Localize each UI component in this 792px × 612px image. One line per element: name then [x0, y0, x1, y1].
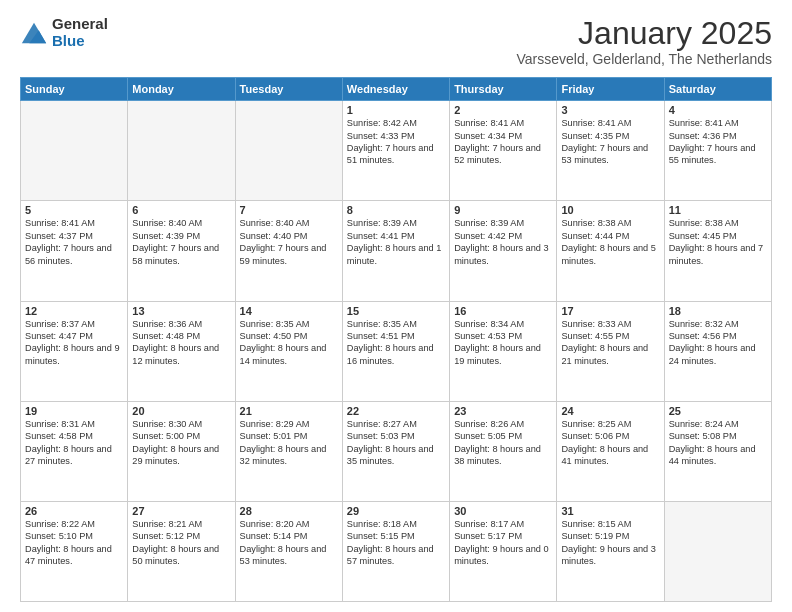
day-number: 21 [240, 405, 338, 417]
logo-icon [20, 19, 48, 47]
header: General Blue January 2025 Varsseveld, Ge… [20, 16, 772, 67]
calendar-cell: 6Sunrise: 8:40 AM Sunset: 4:39 PM Daylig… [128, 201, 235, 301]
day-info: Sunrise: 8:36 AM Sunset: 4:48 PM Dayligh… [132, 318, 230, 368]
calendar-cell: 20Sunrise: 8:30 AM Sunset: 5:00 PM Dayli… [128, 401, 235, 501]
logo: General Blue [20, 16, 108, 49]
day-header-saturday: Saturday [664, 78, 771, 101]
calendar-cell: 8Sunrise: 8:39 AM Sunset: 4:41 PM Daylig… [342, 201, 449, 301]
day-number: 22 [347, 405, 445, 417]
day-info: Sunrise: 8:33 AM Sunset: 4:55 PM Dayligh… [561, 318, 659, 368]
calendar-cell: 9Sunrise: 8:39 AM Sunset: 4:42 PM Daylig… [450, 201, 557, 301]
day-number: 24 [561, 405, 659, 417]
day-number: 1 [347, 104, 445, 116]
calendar-cell: 14Sunrise: 8:35 AM Sunset: 4:50 PM Dayli… [235, 301, 342, 401]
day-number: 18 [669, 305, 767, 317]
calendar-cell: 28Sunrise: 8:20 AM Sunset: 5:14 PM Dayli… [235, 501, 342, 601]
calendar-cell: 16Sunrise: 8:34 AM Sunset: 4:53 PM Dayli… [450, 301, 557, 401]
day-info: Sunrise: 8:30 AM Sunset: 5:00 PM Dayligh… [132, 418, 230, 468]
day-number: 8 [347, 204, 445, 216]
day-info: Sunrise: 8:20 AM Sunset: 5:14 PM Dayligh… [240, 518, 338, 568]
day-info: Sunrise: 8:38 AM Sunset: 4:45 PM Dayligh… [669, 217, 767, 267]
calendar-cell [664, 501, 771, 601]
calendar-cell: 25Sunrise: 8:24 AM Sunset: 5:08 PM Dayli… [664, 401, 771, 501]
calendar-cell: 3Sunrise: 8:41 AM Sunset: 4:35 PM Daylig… [557, 101, 664, 201]
month-title: January 2025 [516, 16, 772, 51]
logo-text: General Blue [52, 16, 108, 49]
day-number: 3 [561, 104, 659, 116]
calendar-cell: 15Sunrise: 8:35 AM Sunset: 4:51 PM Dayli… [342, 301, 449, 401]
day-info: Sunrise: 8:35 AM Sunset: 4:51 PM Dayligh… [347, 318, 445, 368]
day-number: 28 [240, 505, 338, 517]
day-number: 19 [25, 405, 123, 417]
day-info: Sunrise: 8:40 AM Sunset: 4:39 PM Dayligh… [132, 217, 230, 267]
calendar-cell: 11Sunrise: 8:38 AM Sunset: 4:45 PM Dayli… [664, 201, 771, 301]
calendar-cell: 4Sunrise: 8:41 AM Sunset: 4:36 PM Daylig… [664, 101, 771, 201]
title-block: January 2025 Varsseveld, Gelderland, The… [516, 16, 772, 67]
day-number: 13 [132, 305, 230, 317]
day-number: 17 [561, 305, 659, 317]
day-info: Sunrise: 8:34 AM Sunset: 4:53 PM Dayligh… [454, 318, 552, 368]
day-info: Sunrise: 8:41 AM Sunset: 4:37 PM Dayligh… [25, 217, 123, 267]
calendar-cell [21, 101, 128, 201]
day-info: Sunrise: 8:29 AM Sunset: 5:01 PM Dayligh… [240, 418, 338, 468]
page: General Blue January 2025 Varsseveld, Ge… [0, 0, 792, 612]
day-number: 7 [240, 204, 338, 216]
calendar-cell: 31Sunrise: 8:15 AM Sunset: 5:19 PM Dayli… [557, 501, 664, 601]
day-info: Sunrise: 8:39 AM Sunset: 4:41 PM Dayligh… [347, 217, 445, 267]
day-number: 9 [454, 204, 552, 216]
calendar-cell: 13Sunrise: 8:36 AM Sunset: 4:48 PM Dayli… [128, 301, 235, 401]
day-info: Sunrise: 8:39 AM Sunset: 4:42 PM Dayligh… [454, 217, 552, 267]
day-info: Sunrise: 8:27 AM Sunset: 5:03 PM Dayligh… [347, 418, 445, 468]
day-info: Sunrise: 8:31 AM Sunset: 4:58 PM Dayligh… [25, 418, 123, 468]
calendar-cell: 27Sunrise: 8:21 AM Sunset: 5:12 PM Dayli… [128, 501, 235, 601]
day-info: Sunrise: 8:25 AM Sunset: 5:06 PM Dayligh… [561, 418, 659, 468]
day-number: 23 [454, 405, 552, 417]
day-number: 29 [347, 505, 445, 517]
day-info: Sunrise: 8:32 AM Sunset: 4:56 PM Dayligh… [669, 318, 767, 368]
day-header-thursday: Thursday [450, 78, 557, 101]
day-number: 26 [25, 505, 123, 517]
day-header-tuesday: Tuesday [235, 78, 342, 101]
calendar-cell: 17Sunrise: 8:33 AM Sunset: 4:55 PM Dayli… [557, 301, 664, 401]
calendar-cell: 24Sunrise: 8:25 AM Sunset: 5:06 PM Dayli… [557, 401, 664, 501]
calendar-cell: 23Sunrise: 8:26 AM Sunset: 5:05 PM Dayli… [450, 401, 557, 501]
calendar-cell: 10Sunrise: 8:38 AM Sunset: 4:44 PM Dayli… [557, 201, 664, 301]
day-header-wednesday: Wednesday [342, 78, 449, 101]
day-info: Sunrise: 8:40 AM Sunset: 4:40 PM Dayligh… [240, 217, 338, 267]
week-row-5: 26Sunrise: 8:22 AM Sunset: 5:10 PM Dayli… [21, 501, 772, 601]
day-info: Sunrise: 8:38 AM Sunset: 4:44 PM Dayligh… [561, 217, 659, 267]
day-info: Sunrise: 8:41 AM Sunset: 4:35 PM Dayligh… [561, 117, 659, 167]
calendar-header-row: SundayMondayTuesdayWednesdayThursdayFrid… [21, 78, 772, 101]
day-info: Sunrise: 8:17 AM Sunset: 5:17 PM Dayligh… [454, 518, 552, 568]
calendar-cell: 12Sunrise: 8:37 AM Sunset: 4:47 PM Dayli… [21, 301, 128, 401]
calendar-cell: 26Sunrise: 8:22 AM Sunset: 5:10 PM Dayli… [21, 501, 128, 601]
week-row-2: 5Sunrise: 8:41 AM Sunset: 4:37 PM Daylig… [21, 201, 772, 301]
location: Varsseveld, Gelderland, The Netherlands [516, 51, 772, 67]
calendar-cell: 19Sunrise: 8:31 AM Sunset: 4:58 PM Dayli… [21, 401, 128, 501]
day-number: 27 [132, 505, 230, 517]
day-number: 16 [454, 305, 552, 317]
day-number: 31 [561, 505, 659, 517]
calendar-cell [235, 101, 342, 201]
week-row-4: 19Sunrise: 8:31 AM Sunset: 4:58 PM Dayli… [21, 401, 772, 501]
calendar-cell: 30Sunrise: 8:17 AM Sunset: 5:17 PM Dayli… [450, 501, 557, 601]
day-info: Sunrise: 8:37 AM Sunset: 4:47 PM Dayligh… [25, 318, 123, 368]
calendar-cell: 7Sunrise: 8:40 AM Sunset: 4:40 PM Daylig… [235, 201, 342, 301]
day-info: Sunrise: 8:35 AM Sunset: 4:50 PM Dayligh… [240, 318, 338, 368]
calendar-cell: 5Sunrise: 8:41 AM Sunset: 4:37 PM Daylig… [21, 201, 128, 301]
day-number: 4 [669, 104, 767, 116]
week-row-3: 12Sunrise: 8:37 AM Sunset: 4:47 PM Dayli… [21, 301, 772, 401]
day-number: 15 [347, 305, 445, 317]
day-header-monday: Monday [128, 78, 235, 101]
day-info: Sunrise: 8:15 AM Sunset: 5:19 PM Dayligh… [561, 518, 659, 568]
calendar-cell: 2Sunrise: 8:41 AM Sunset: 4:34 PM Daylig… [450, 101, 557, 201]
logo-general-text: General [52, 16, 108, 33]
calendar-cell: 22Sunrise: 8:27 AM Sunset: 5:03 PM Dayli… [342, 401, 449, 501]
calendar-cell: 29Sunrise: 8:18 AM Sunset: 5:15 PM Dayli… [342, 501, 449, 601]
day-info: Sunrise: 8:24 AM Sunset: 5:08 PM Dayligh… [669, 418, 767, 468]
day-header-friday: Friday [557, 78, 664, 101]
calendar: SundayMondayTuesdayWednesdayThursdayFrid… [20, 77, 772, 602]
day-info: Sunrise: 8:26 AM Sunset: 5:05 PM Dayligh… [454, 418, 552, 468]
day-number: 2 [454, 104, 552, 116]
day-number: 25 [669, 405, 767, 417]
